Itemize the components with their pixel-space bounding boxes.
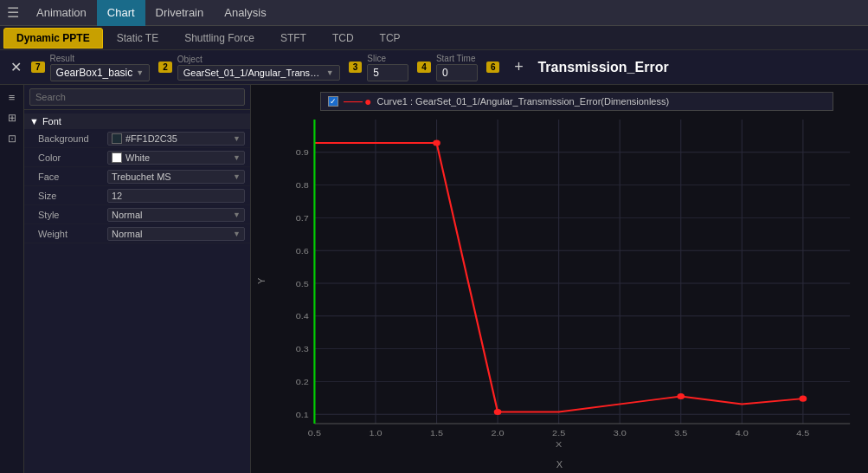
svg-text:X: X	[556, 440, 563, 447]
chart-svg: 0.1 0.2 0.3 0.4 0.5 0.6 0.7 0.8 0.9 0.5 …	[277, 120, 859, 447]
table-icon[interactable]: ⊡	[2, 130, 23, 147]
toolbar-row: ✕ 7 Result GearBox1_basic ▼ 2 Object Gea…	[0, 50, 868, 85]
legend-dash: ——	[344, 96, 363, 107]
tab-shuttling-force[interactable]: Shuttling Force	[172, 28, 267, 49]
object-field[interactable]: Object GearSet_01_1/Angular_Transmission…	[172, 53, 345, 82]
legend-checkbox[interactable]: ✓	[328, 96, 338, 107]
color-arrow: ▼	[233, 153, 241, 162]
background-swatch	[112, 133, 122, 144]
slice-input[interactable]: 5	[367, 64, 408, 81]
style-label: Style	[38, 210, 107, 220]
left-panel: ≡ ⊞ ⊡ ▼ Font Background	[0, 85, 251, 473]
y-axis-label: Y	[256, 278, 267, 284]
start-time-field[interactable]: Start Time 0	[431, 52, 483, 83]
svg-text:0.9: 0.9	[296, 148, 310, 157]
color-value[interactable]: White ▼	[107, 151, 245, 165]
legend-dot: ●	[364, 94, 371, 108]
style-text: Normal	[112, 210, 142, 220]
svg-text:2.0: 2.0	[492, 429, 505, 437]
svg-text:3.0: 3.0	[614, 429, 627, 437]
color-text: White	[125, 152, 150, 163]
slice-field[interactable]: Slice 5	[362, 52, 414, 83]
add-button[interactable]: +	[506, 55, 530, 80]
menu-animation[interactable]: Animation	[26, 0, 97, 26]
result-dropdown[interactable]: GearBox1_basic ▼	[50, 64, 151, 81]
svg-text:0.1: 0.1	[296, 411, 310, 419]
prop-color: Color White ▼	[24, 148, 250, 167]
font-section: ▼ Font Background #FF1D2C35 ▼	[24, 110, 250, 247]
hamburger-icon[interactable]: ☰	[0, 0, 26, 26]
badge-3: 3	[349, 62, 363, 73]
list-icon[interactable]: ≡	[2, 88, 23, 106]
svg-text:1.0: 1.0	[369, 429, 383, 437]
sub-tab-bar: Dynamic PPTE Static TE Shuttling Force S…	[0, 26, 868, 50]
start-time-label: Start Time	[436, 54, 478, 63]
props-area: ▼ Font Background #FF1D2C35 ▼	[24, 85, 250, 473]
data-point-1	[433, 139, 440, 146]
icon-sidebar: ≡ ⊞ ⊡	[0, 85, 24, 473]
main-content: ≡ ⊞ ⊡ ▼ Font Background	[0, 85, 868, 473]
svg-text:0.5: 0.5	[296, 279, 310, 288]
svg-text:2.5: 2.5	[552, 429, 566, 437]
face-text: Trebuchet MS	[112, 172, 171, 182]
object-arrow: ▼	[326, 68, 334, 77]
svg-text:3.5: 3.5	[674, 429, 688, 437]
badge-7: 7	[31, 62, 45, 73]
badge-4: 4	[417, 62, 431, 73]
chart-area: ✓ —— ● Curve1 : GearSet_01_1/Angular_Tra…	[251, 85, 868, 473]
svg-text:1.5: 1.5	[430, 429, 444, 437]
prop-style: Style Normal ▼	[24, 205, 250, 224]
prop-face: Face Trebuchet MS ▼	[24, 167, 250, 186]
menu-drivetrain[interactable]: Drivetrain	[145, 0, 215, 26]
font-section-header[interactable]: ▼ Font	[24, 113, 250, 129]
result-arrow: ▼	[136, 68, 144, 77]
tab-tcp[interactable]: TCP	[368, 28, 413, 49]
legend-text: Curve1 : GearSet_01_1/Angular_Transmissi…	[376, 96, 669, 107]
style-value[interactable]: Normal ▼	[107, 208, 245, 222]
close-button[interactable]: ✕	[3, 55, 28, 80]
object-dropdown[interactable]: GearSet_01_1/Angular_Transmission_Error …	[177, 65, 340, 81]
svg-text:0.7: 0.7	[296, 214, 310, 223]
slice-label: Slice	[367, 54, 408, 63]
background-arrow: ▼	[233, 134, 241, 143]
menu-analysis[interactable]: Analysis	[214, 0, 276, 26]
data-point-3	[677, 393, 685, 399]
menu-bar: ☰ Animation Chart Drivetrain Analysis	[0, 0, 868, 26]
style-arrow: ▼	[233, 211, 241, 219]
svg-text:0.8: 0.8	[296, 181, 310, 190]
search-input[interactable]	[29, 88, 245, 106]
face-value[interactable]: Trebuchet MS ▼	[107, 170, 245, 184]
background-text: #FF1D2C35	[125, 133, 177, 144]
size-text: 12	[112, 191, 122, 201]
color-swatch	[112, 152, 122, 163]
svg-text:0.3: 0.3	[296, 345, 310, 353]
x-axis-label: X	[556, 459, 563, 470]
background-value[interactable]: #FF1D2C35 ▼	[107, 132, 245, 146]
size-value[interactable]: 12	[107, 189, 245, 203]
svg-text:0.5: 0.5	[308, 429, 322, 437]
menu-chart[interactable]: Chart	[97, 0, 145, 26]
prop-weight: Weight Normal ▼	[24, 224, 250, 243]
prop-size: Size 12	[24, 186, 250, 205]
grid-icon[interactable]: ⊞	[2, 109, 23, 126]
color-label: Color	[38, 152, 107, 163]
tab-dynamic-ppte[interactable]: Dynamic PPTE	[3, 28, 103, 49]
result-label: Result	[50, 54, 151, 63]
search-box	[24, 85, 250, 110]
font-expand-icon: ▼	[29, 116, 39, 126]
weight-label: Weight	[38, 229, 107, 239]
weight-value[interactable]: Normal ▼	[107, 227, 245, 241]
tab-stft[interactable]: STFT	[268, 28, 318, 49]
svg-text:4.5: 4.5	[796, 429, 810, 437]
font-section-label: Font	[42, 116, 61, 126]
size-label: Size	[38, 191, 107, 201]
tab-tcd[interactable]: TCD	[320, 28, 366, 49]
start-time-input[interactable]: 0	[436, 64, 478, 81]
result-field[interactable]: Result GearBox1_basic ▼	[45, 52, 156, 83]
tab-static-te[interactable]: Static TE	[105, 28, 170, 49]
svg-text:0.6: 0.6	[296, 247, 310, 256]
chart-title: Transmission_Error	[537, 60, 668, 75]
face-label: Face	[38, 172, 107, 182]
legend-line: —— ●	[344, 94, 371, 108]
weight-arrow: ▼	[233, 230, 241, 238]
